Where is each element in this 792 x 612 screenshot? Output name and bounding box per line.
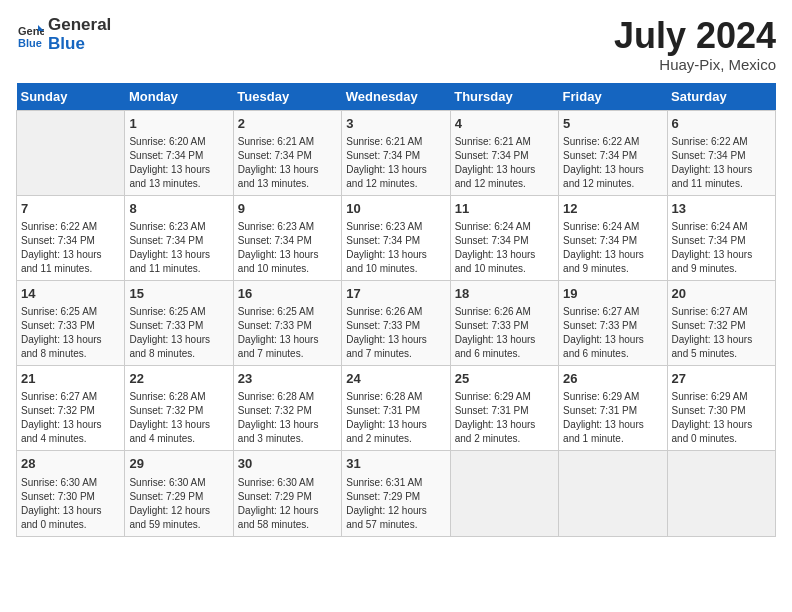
day-number: 28	[21, 455, 120, 473]
day-number: 14	[21, 285, 120, 303]
calendar-cell: 1Sunrise: 6:20 AM Sunset: 7:34 PM Daylig…	[125, 110, 233, 195]
calendar-cell: 17Sunrise: 6:26 AM Sunset: 7:33 PM Dayli…	[342, 280, 450, 365]
day-info: Sunrise: 6:21 AM Sunset: 7:34 PM Dayligh…	[238, 135, 337, 191]
day-number: 15	[129, 285, 228, 303]
day-info: Sunrise: 6:20 AM Sunset: 7:34 PM Dayligh…	[129, 135, 228, 191]
calendar-cell: 15Sunrise: 6:25 AM Sunset: 7:33 PM Dayli…	[125, 280, 233, 365]
day-info: Sunrise: 6:26 AM Sunset: 7:33 PM Dayligh…	[455, 305, 554, 361]
day-info: Sunrise: 6:29 AM Sunset: 7:30 PM Dayligh…	[672, 390, 771, 446]
calendar-cell: 6Sunrise: 6:22 AM Sunset: 7:34 PM Daylig…	[667, 110, 775, 195]
header: General Blue General Blue July 2024 Huay…	[16, 16, 776, 73]
day-info: Sunrise: 6:30 AM Sunset: 7:30 PM Dayligh…	[21, 476, 120, 532]
day-number: 24	[346, 370, 445, 388]
day-info: Sunrise: 6:27 AM Sunset: 7:32 PM Dayligh…	[21, 390, 120, 446]
day-number: 16	[238, 285, 337, 303]
calendar-cell: 20Sunrise: 6:27 AM Sunset: 7:32 PM Dayli…	[667, 280, 775, 365]
day-number: 21	[21, 370, 120, 388]
calendar-cell	[667, 451, 775, 536]
day-number: 30	[238, 455, 337, 473]
calendar-cell: 24Sunrise: 6:28 AM Sunset: 7:31 PM Dayli…	[342, 366, 450, 451]
day-number: 20	[672, 285, 771, 303]
calendar-week-row: 28Sunrise: 6:30 AM Sunset: 7:30 PM Dayli…	[17, 451, 776, 536]
day-number: 26	[563, 370, 662, 388]
calendar-cell: 2Sunrise: 6:21 AM Sunset: 7:34 PM Daylig…	[233, 110, 341, 195]
logo: General Blue General Blue	[16, 16, 111, 53]
calendar-cell: 3Sunrise: 6:21 AM Sunset: 7:34 PM Daylig…	[342, 110, 450, 195]
svg-text:Blue: Blue	[18, 37, 42, 49]
calendar-cell: 30Sunrise: 6:30 AM Sunset: 7:29 PM Dayli…	[233, 451, 341, 536]
day-number: 9	[238, 200, 337, 218]
day-info: Sunrise: 6:23 AM Sunset: 7:34 PM Dayligh…	[346, 220, 445, 276]
day-number: 3	[346, 115, 445, 133]
day-number: 1	[129, 115, 228, 133]
calendar-body: 1Sunrise: 6:20 AM Sunset: 7:34 PM Daylig…	[17, 110, 776, 536]
title-area: July 2024 Huay-Pix, Mexico	[614, 16, 776, 73]
day-info: Sunrise: 6:27 AM Sunset: 7:32 PM Dayligh…	[672, 305, 771, 361]
day-info: Sunrise: 6:27 AM Sunset: 7:33 PM Dayligh…	[563, 305, 662, 361]
calendar-cell: 28Sunrise: 6:30 AM Sunset: 7:30 PM Dayli…	[17, 451, 125, 536]
day-number: 25	[455, 370, 554, 388]
weekday-header-tuesday: Tuesday	[233, 83, 341, 111]
day-number: 19	[563, 285, 662, 303]
calendar-cell: 25Sunrise: 6:29 AM Sunset: 7:31 PM Dayli…	[450, 366, 558, 451]
day-info: Sunrise: 6:24 AM Sunset: 7:34 PM Dayligh…	[563, 220, 662, 276]
day-number: 8	[129, 200, 228, 218]
day-info: Sunrise: 6:31 AM Sunset: 7:29 PM Dayligh…	[346, 476, 445, 532]
day-info: Sunrise: 6:23 AM Sunset: 7:34 PM Dayligh…	[238, 220, 337, 276]
calendar-week-row: 7Sunrise: 6:22 AM Sunset: 7:34 PM Daylig…	[17, 195, 776, 280]
day-info: Sunrise: 6:24 AM Sunset: 7:34 PM Dayligh…	[672, 220, 771, 276]
day-info: Sunrise: 6:22 AM Sunset: 7:34 PM Dayligh…	[672, 135, 771, 191]
calendar-cell: 23Sunrise: 6:28 AM Sunset: 7:32 PM Dayli…	[233, 366, 341, 451]
day-number: 10	[346, 200, 445, 218]
day-info: Sunrise: 6:21 AM Sunset: 7:34 PM Dayligh…	[346, 135, 445, 191]
day-number: 18	[455, 285, 554, 303]
day-info: Sunrise: 6:22 AM Sunset: 7:34 PM Dayligh…	[563, 135, 662, 191]
weekday-header-thursday: Thursday	[450, 83, 558, 111]
day-number: 13	[672, 200, 771, 218]
calendar-cell: 21Sunrise: 6:27 AM Sunset: 7:32 PM Dayli…	[17, 366, 125, 451]
calendar-header-row: SundayMondayTuesdayWednesdayThursdayFrid…	[17, 83, 776, 111]
calendar-cell: 31Sunrise: 6:31 AM Sunset: 7:29 PM Dayli…	[342, 451, 450, 536]
calendar-cell: 27Sunrise: 6:29 AM Sunset: 7:30 PM Dayli…	[667, 366, 775, 451]
day-number: 22	[129, 370, 228, 388]
logo-general: General	[48, 16, 111, 35]
day-info: Sunrise: 6:25 AM Sunset: 7:33 PM Dayligh…	[129, 305, 228, 361]
day-info: Sunrise: 6:21 AM Sunset: 7:34 PM Dayligh…	[455, 135, 554, 191]
calendar-cell	[559, 451, 667, 536]
calendar-cell: 4Sunrise: 6:21 AM Sunset: 7:34 PM Daylig…	[450, 110, 558, 195]
weekday-header-friday: Friday	[559, 83, 667, 111]
day-number: 27	[672, 370, 771, 388]
calendar-cell: 19Sunrise: 6:27 AM Sunset: 7:33 PM Dayli…	[559, 280, 667, 365]
day-number: 5	[563, 115, 662, 133]
calendar-cell	[17, 110, 125, 195]
month-year-title: July 2024	[614, 16, 776, 56]
calendar-table: SundayMondayTuesdayWednesdayThursdayFrid…	[16, 83, 776, 537]
day-info: Sunrise: 6:29 AM Sunset: 7:31 PM Dayligh…	[563, 390, 662, 446]
weekday-header-wednesday: Wednesday	[342, 83, 450, 111]
day-number: 2	[238, 115, 337, 133]
day-info: Sunrise: 6:22 AM Sunset: 7:34 PM Dayligh…	[21, 220, 120, 276]
day-info: Sunrise: 6:25 AM Sunset: 7:33 PM Dayligh…	[21, 305, 120, 361]
calendar-cell: 10Sunrise: 6:23 AM Sunset: 7:34 PM Dayli…	[342, 195, 450, 280]
calendar-cell: 5Sunrise: 6:22 AM Sunset: 7:34 PM Daylig…	[559, 110, 667, 195]
calendar-week-row: 21Sunrise: 6:27 AM Sunset: 7:32 PM Dayli…	[17, 366, 776, 451]
day-number: 17	[346, 285, 445, 303]
calendar-cell: 9Sunrise: 6:23 AM Sunset: 7:34 PM Daylig…	[233, 195, 341, 280]
calendar-cell: 26Sunrise: 6:29 AM Sunset: 7:31 PM Dayli…	[559, 366, 667, 451]
calendar-cell	[450, 451, 558, 536]
calendar-cell: 18Sunrise: 6:26 AM Sunset: 7:33 PM Dayli…	[450, 280, 558, 365]
logo-blue: Blue	[48, 35, 111, 54]
day-info: Sunrise: 6:28 AM Sunset: 7:31 PM Dayligh…	[346, 390, 445, 446]
calendar-cell: 14Sunrise: 6:25 AM Sunset: 7:33 PM Dayli…	[17, 280, 125, 365]
weekday-header-monday: Monday	[125, 83, 233, 111]
day-info: Sunrise: 6:30 AM Sunset: 7:29 PM Dayligh…	[129, 476, 228, 532]
logo-icon: General Blue	[16, 21, 44, 49]
calendar-cell: 13Sunrise: 6:24 AM Sunset: 7:34 PM Dayli…	[667, 195, 775, 280]
calendar-cell: 22Sunrise: 6:28 AM Sunset: 7:32 PM Dayli…	[125, 366, 233, 451]
day-number: 7	[21, 200, 120, 218]
day-info: Sunrise: 6:28 AM Sunset: 7:32 PM Dayligh…	[238, 390, 337, 446]
calendar-week-row: 14Sunrise: 6:25 AM Sunset: 7:33 PM Dayli…	[17, 280, 776, 365]
location-subtitle: Huay-Pix, Mexico	[614, 56, 776, 73]
day-number: 4	[455, 115, 554, 133]
weekday-header-saturday: Saturday	[667, 83, 775, 111]
